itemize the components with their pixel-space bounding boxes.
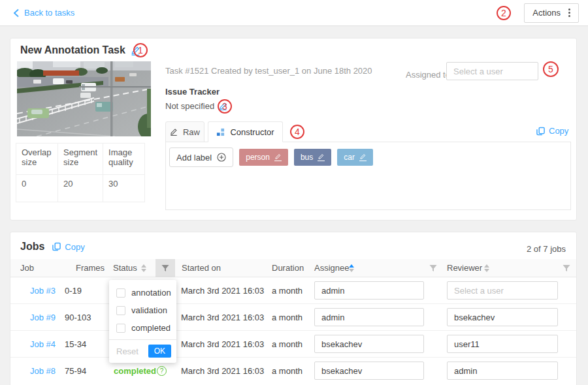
job-9-link[interactable]: Job #9 xyxy=(30,313,56,322)
copy-labels-label: Copy xyxy=(549,126,568,136)
plus-circle-icon xyxy=(217,153,226,162)
actions-button[interactable]: Actions xyxy=(524,3,579,23)
job-9-frames: 90-103 xyxy=(65,313,91,322)
label-chip-car-name: car xyxy=(344,153,355,162)
param-value-overlap: 0 xyxy=(16,175,58,202)
filter-option-completed-label: completed xyxy=(131,323,171,333)
task-title: New Annotation Task xyxy=(20,44,125,56)
job-4-assignee-input[interactable] xyxy=(314,335,424,353)
job-3-duration: a month xyxy=(272,286,302,296)
filter-funnel-icon xyxy=(161,264,169,272)
assigned-to-label: Assigned to xyxy=(406,70,450,80)
job-3-link[interactable]: Job #3 xyxy=(30,286,56,296)
annotation-circle-3: 3 xyxy=(218,99,232,114)
filter-option-annotation-label: annotation xyxy=(131,288,171,298)
chevron-left-icon xyxy=(13,8,20,18)
col-frames[interactable]: Frames xyxy=(76,263,105,273)
status-filter-button[interactable] xyxy=(155,259,175,277)
add-label-text: Add label xyxy=(176,153,212,162)
pencil-icon xyxy=(170,128,178,136)
job-row-9: Job #9 90-103 March 3rd 2021 16:03 a mon… xyxy=(10,304,576,331)
job-9-assignee-input[interactable] xyxy=(314,308,424,326)
filter-option-completed[interactable]: completed xyxy=(109,319,176,337)
task-assignee-input[interactable] xyxy=(446,62,538,80)
filter-option-validation[interactable]: validation xyxy=(109,301,176,319)
job-3-frames: 0-19 xyxy=(65,286,82,296)
job-8-link[interactable]: Job #8 xyxy=(30,366,56,376)
job-9-reviewer-input[interactable] xyxy=(447,308,558,326)
tab-raw[interactable]: Raw xyxy=(165,121,204,142)
status-filter-dropdown: annotation validation completed Reset OK xyxy=(109,280,176,363)
copy-jobs-link[interactable]: Copy xyxy=(52,242,84,252)
job-4-duration: a month xyxy=(272,339,302,349)
status-help-icon[interactable]: ? xyxy=(157,366,167,376)
param-header-segment: Segment size xyxy=(58,144,103,175)
job-8-started: March 3rd 2021 16:03 xyxy=(181,366,264,376)
task-title-row: New Annotation Task xyxy=(20,44,140,56)
kebab-menu-icon xyxy=(568,8,570,17)
label-chip-bus[interactable]: bus xyxy=(294,149,331,166)
job-4-link[interactable]: Job #4 xyxy=(30,339,56,349)
job-8-assignee-input[interactable] xyxy=(314,362,424,380)
add-label-button[interactable]: Add label xyxy=(169,147,233,167)
copy-labels-link[interactable]: Copy xyxy=(536,126,568,136)
label-chip-car[interactable]: car xyxy=(337,149,373,166)
assignee-sorter[interactable] xyxy=(349,264,354,272)
job-4-reviewer-input[interactable] xyxy=(447,335,558,353)
col-assignee[interactable]: Assignee xyxy=(314,263,349,273)
col-reviewer[interactable]: Reviewer xyxy=(447,263,482,273)
job-8-status: completed xyxy=(114,366,156,376)
col-duration[interactable]: Duration xyxy=(272,263,304,273)
job-9-started: March 3rd 2021 16:03 xyxy=(181,313,264,322)
filter-checkbox-completed[interactable] xyxy=(116,324,125,333)
job-row-8: Job #8 75-94 completed ? March 3rd 2021 … xyxy=(10,358,576,384)
filter-ok-button[interactable]: OK xyxy=(148,345,171,358)
param-value-segment: 20 xyxy=(58,175,103,202)
job-3-started: March 3rd 2021 16:03 xyxy=(181,286,264,296)
filter-funnel-icon xyxy=(429,264,437,272)
copy-icon xyxy=(536,127,545,136)
filter-checkbox-annotation[interactable] xyxy=(116,288,125,298)
col-started-on[interactable]: Started on xyxy=(182,263,221,273)
label-chip-person-name: person xyxy=(246,153,270,162)
filter-funnel-icon xyxy=(563,264,570,272)
col-status[interactable]: Status xyxy=(113,263,137,273)
issue-tracker-label: Issue Tracker xyxy=(165,87,220,97)
task-parameters-table: Overlap size Segment size Image quality … xyxy=(16,143,145,202)
filter-option-validation-label: validation xyxy=(131,305,167,315)
copy-icon xyxy=(52,242,61,251)
label-chip-bus-name: bus xyxy=(301,153,313,162)
edit-label-icon[interactable] xyxy=(274,153,282,161)
job-3-assignee-input[interactable] xyxy=(314,281,424,300)
traffic-scene-image xyxy=(17,61,151,136)
jobs-table-header: Job Frames Status Started on Duration As… xyxy=(10,259,576,277)
status-sorter[interactable] xyxy=(141,264,146,272)
label-chip-person[interactable]: person xyxy=(239,149,288,166)
reviewer-filter-button[interactable] xyxy=(563,264,570,274)
filter-checkbox-validation[interactable] xyxy=(116,306,125,315)
back-to-tasks-link[interactable]: Back to tasks xyxy=(13,8,74,18)
job-8-reviewer-input[interactable] xyxy=(447,362,558,380)
copy-jobs-label: Copy xyxy=(65,242,84,252)
filter-option-annotation[interactable]: annotation xyxy=(109,284,176,301)
tab-constructor[interactable]: Constructor xyxy=(208,121,283,142)
param-header-overlap: Overlap size xyxy=(16,144,58,175)
annotation-circle-4: 4 xyxy=(290,125,304,139)
annotation-circle-5: 5 xyxy=(543,61,559,77)
assignee-filter-button[interactable] xyxy=(429,264,437,274)
reviewer-sorter[interactable] xyxy=(484,264,489,272)
filter-reset-button[interactable]: Reset xyxy=(116,346,139,356)
job-9-duration: a month xyxy=(272,313,302,322)
job-8-frames: 75-94 xyxy=(65,366,86,376)
job-3-reviewer-input[interactable] xyxy=(447,281,558,300)
job-8-duration: a month xyxy=(272,366,302,376)
job-4-started: March 3rd 2021 16:03 xyxy=(181,339,264,349)
param-value-quality: 30 xyxy=(103,175,145,202)
block-icon xyxy=(216,128,225,136)
edit-label-icon[interactable] xyxy=(318,153,325,161)
edit-label-icon[interactable] xyxy=(359,153,367,161)
job-row-4: Job #4 15-34 March 3rd 2021 16:03 a mont… xyxy=(10,331,576,358)
issue-tracker-value: Not specified xyxy=(165,101,214,111)
col-job[interactable]: Job xyxy=(20,263,34,273)
annotation-circle-1: 1 xyxy=(133,43,148,57)
